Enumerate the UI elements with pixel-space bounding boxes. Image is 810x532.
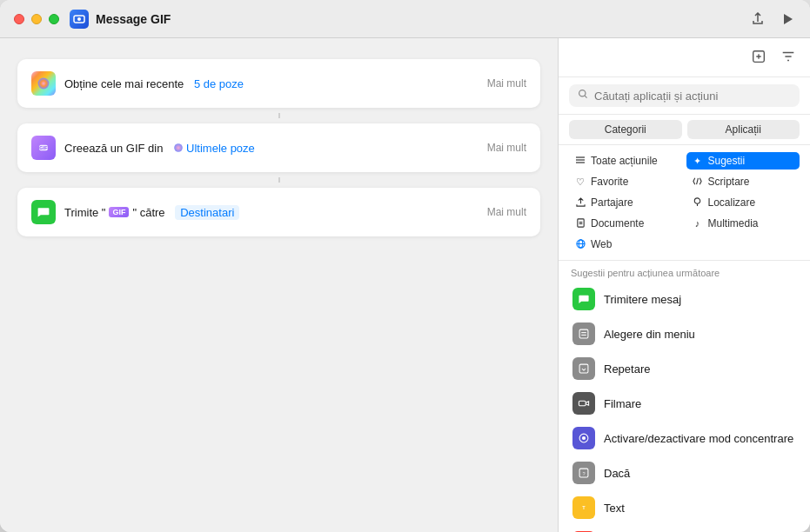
suggestion-label-filmare: Filmare (604, 397, 641, 410)
svg-text:GIF: GIF (39, 145, 48, 150)
nav-multimedia[interactable]: ♪ Multimedia (686, 215, 800, 232)
card-2-highlight: Ultimele poze (186, 142, 255, 155)
side-nav: Toate acțiunile ♡ Favorite Partajare (559, 145, 810, 261)
suggestion-label-trimitere-mesaj: Trimitere mesaj (604, 293, 681, 306)
suggestion-focus[interactable]: Activare/dezactivare mod concentrare (566, 421, 803, 456)
svg-point-8 (579, 90, 586, 96)
maximize-button[interactable] (49, 14, 59, 24)
search-input[interactable] (594, 90, 791, 103)
suggestion-text[interactable]: T Text (566, 490, 803, 525)
suggestion-notificare[interactable]: Afișare notificare (566, 525, 803, 532)
svg-point-1 (77, 17, 81, 21)
main-content: Obține cele mai recente 5 de poze Mai mu… (0, 38, 810, 532)
suggestion-daca[interactable]: ? Dacă (566, 456, 803, 490)
share-nav-icon (574, 197, 586, 209)
app-window: Message GIF (0, 0, 810, 532)
card-2-content: GIF Creează un GIF din (31, 136, 487, 160)
card-1-icon (31, 71, 56, 96)
tab-categorii[interactable]: Categorii (569, 120, 682, 139)
share-button[interactable] (749, 10, 766, 28)
nav-favorite[interactable]: ♡ Favorite (569, 173, 683, 190)
nav-sugestii[interactable]: ✦ Sugestii (686, 152, 800, 170)
app-title-group: Message GIF (70, 10, 749, 29)
suggestion-icon-record (572, 392, 595, 415)
traffic-lights (14, 14, 59, 24)
card-2-text: Creează un GIF din (64, 142, 255, 155)
suggestion-label-repetare: Repetare (604, 362, 650, 376)
svg-text:T: T (582, 505, 586, 510)
suggestion-label-alegere-meniu: Alegere din meniu (604, 328, 695, 341)
nav-toate-actiunile[interactable]: Toate acțiunile (569, 152, 683, 170)
search-bar (559, 77, 810, 115)
workflow-card-1[interactable]: Obține cele mai recente 5 de poze Mai mu… (17, 59, 540, 108)
search-icon (578, 89, 589, 103)
suggestions-list: Trimitere mesaj Alegere din meniu Repeta… (559, 282, 810, 532)
suggestion-label-daca: Dacă (604, 467, 630, 480)
suggestion-repetare[interactable]: Repetare (566, 351, 803, 386)
title-bar: Message GIF (0, 0, 810, 38)
suggestion-alegere-meniu[interactable]: Alegere din meniu (566, 316, 803, 351)
workflow-card-2[interactable]: GIF Creează un GIF din (17, 123, 540, 172)
suggestion-label-focus: Activare/dezactivare mod concentrare (604, 432, 793, 445)
nav-col-1: Toate acțiunile ♡ Favorite Partajare (569, 152, 683, 253)
app-icon (70, 10, 89, 29)
card-3-content: Trimite " GIF " către Destinatari (31, 200, 487, 224)
nav-col-2: ✦ Sugestii Scriptare (686, 152, 800, 253)
card-2-more[interactable]: Mai mult (487, 142, 526, 154)
web-icon (574, 239, 586, 250)
search-input-wrap (569, 84, 800, 107)
add-to-shortcuts-button[interactable] (747, 47, 770, 70)
workflow-card-3[interactable]: Trimite " GIF " către Destinatari Mai mu… (17, 188, 540, 236)
multimedia-icon: ♪ (692, 218, 704, 229)
svg-point-6 (174, 143, 183, 152)
suggestions-icon: ✦ (692, 156, 704, 167)
card-1-highlight: 5 de poze (194, 77, 244, 90)
nav-web[interactable]: Web (569, 236, 683, 253)
nav-documente[interactable]: Documente (569, 215, 683, 232)
card-1-text: Obține cele mai recente 5 de poze (64, 77, 244, 90)
play-button[interactable] (779, 10, 796, 28)
heart-icon: ♡ (574, 176, 586, 188)
script-icon (692, 176, 704, 188)
card-3-icon (31, 200, 56, 224)
close-button[interactable] (14, 14, 24, 24)
list-icon (574, 155, 586, 167)
gif-badge: GIF (112, 208, 125, 216)
tab-aplicatii[interactable]: Aplicații (687, 120, 800, 139)
category-tabs: Categorii Aplicații (559, 115, 810, 145)
location-icon (692, 197, 704, 209)
suggestion-label-text: Text (604, 502, 625, 515)
minimize-button[interactable] (31, 14, 42, 24)
svg-rect-12 (577, 218, 583, 226)
window-title: Message GIF (96, 12, 171, 26)
title-actions (749, 10, 796, 28)
nav-localizare[interactable]: Localizare (686, 194, 800, 211)
card-3-text: Trimite " GIF " către Destinatari (64, 205, 239, 220)
nav-scriptare[interactable]: Scriptare (686, 173, 800, 190)
workflow-panel: Obține cele mai recente 5 de poze Mai mu… (0, 38, 558, 532)
panel-top (559, 38, 810, 77)
card-1-more[interactable]: Mai mult (487, 77, 526, 90)
connector-2 (278, 177, 280, 183)
card-1-content: Obține cele mai recente 5 de poze (31, 71, 487, 96)
card-3-badge[interactable]: Destinatari (175, 205, 239, 220)
svg-rect-22 (579, 401, 586, 406)
suggestion-icon-text: T (572, 496, 595, 519)
connector-1 (278, 113, 280, 118)
svg-rect-18 (579, 329, 588, 338)
svg-text:?: ? (582, 471, 585, 476)
document-icon (574, 218, 586, 229)
suggestion-icon-repeat (572, 357, 595, 380)
card-2-icon: GIF (31, 136, 56, 160)
suggestions-header: Sugestii pentru acțiunea următoare (559, 261, 810, 282)
right-panel: Categorii Aplicații Toate acțiunile (558, 38, 810, 532)
nav-partajare[interactable]: Partajare (569, 194, 683, 211)
suggestion-filmare[interactable]: Filmare (566, 386, 803, 421)
suggestion-icon-menu (572, 323, 595, 345)
suggestion-trimitere-mesaj[interactable]: Trimitere mesaj (566, 282, 803, 316)
svg-point-3 (38, 78, 50, 90)
svg-rect-21 (579, 364, 588, 373)
filter-button[interactable] (777, 47, 800, 70)
card-3-more[interactable]: Mai mult (487, 206, 526, 218)
suggestion-icon-focus (572, 427, 595, 449)
